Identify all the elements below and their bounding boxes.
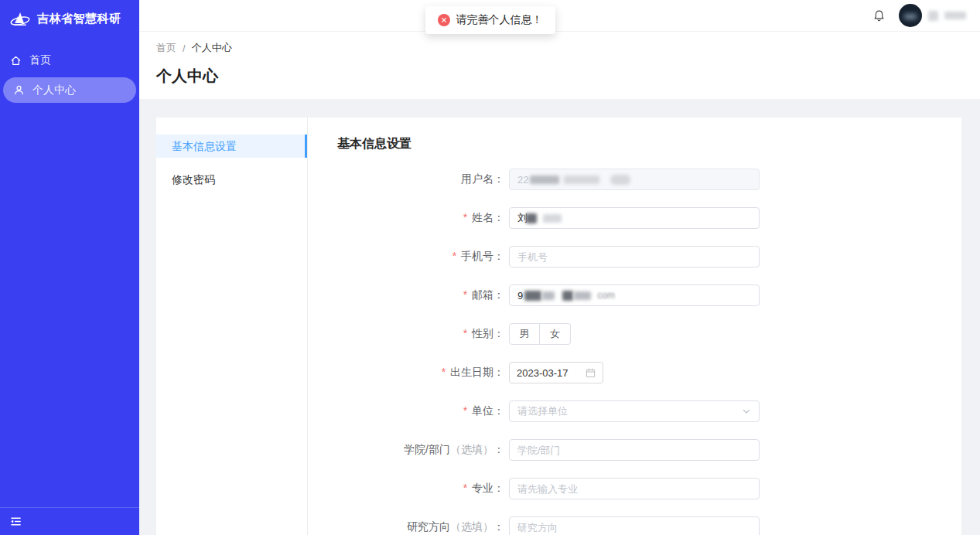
- redacted-text: [543, 214, 562, 223]
- email-field[interactable]: 9 com: [509, 285, 760, 306]
- settings-tabs: 基本信息设置 修改密码: [156, 118, 308, 535]
- sidebar-menu: 首页 个人中心: [0, 45, 139, 103]
- content-area: 基本信息设置 修改密码 基本信息设置 用户名： 22: [139, 99, 980, 535]
- username-redacted-block: [944, 12, 966, 19]
- sidebar: 吉林省智慧科研 首页 个人中心: [0, 0, 139, 535]
- sidebar-item-profile[interactable]: 个人中心: [3, 77, 136, 103]
- unit-placeholder: 请选择单位: [517, 404, 568, 418]
- main-area: 首页 / 个人中心 个人中心 基本信息设置 修改密码 基本信息设置 用户名：: [139, 0, 980, 535]
- breadcrumb: 首页 / 个人中心: [156, 41, 980, 55]
- calendar-icon: [586, 368, 596, 378]
- unit-select[interactable]: 请选择单位: [509, 400, 760, 422]
- form-row-research: 研究方向（选填）：: [337, 516, 961, 535]
- email-label: * 邮箱：: [337, 288, 509, 302]
- breadcrumb-separator: /: [183, 43, 186, 54]
- phone-input[interactable]: [509, 246, 760, 268]
- form-row-name: * 姓名： 刘: [337, 207, 961, 229]
- required-asterisk: *: [463, 211, 467, 223]
- redacted-text: [542, 291, 555, 300]
- redacted-email-tail: com: [597, 290, 615, 301]
- major-label: * 专业：: [337, 482, 509, 496]
- collapse-sidebar-icon[interactable]: [9, 515, 22, 528]
- form-row-birthdate: * 出生日期： 2023-03-17: [337, 362, 961, 383]
- redacted-text: [524, 291, 541, 301]
- gender-option-female[interactable]: 女: [540, 323, 571, 345]
- birthdate-label: * 出生日期：: [337, 366, 509, 380]
- sidebar-item-home[interactable]: 首页: [0, 45, 139, 76]
- gender-radio-group: 男 女: [509, 323, 571, 345]
- avatar-redacted-text: [904, 14, 917, 19]
- unit-label: * 单位：: [337, 404, 509, 418]
- birthdate-value: 2023-03-17: [517, 367, 569, 379]
- name-label: * 姓名：: [337, 211, 509, 225]
- notification-bell-icon[interactable]: [872, 9, 886, 22]
- username-label: 用户名：: [337, 172, 509, 186]
- toast-message: 请完善个人信息！: [425, 6, 555, 34]
- form-row-email: * 邮箱： 9 com: [337, 285, 961, 306]
- redacted-text: [564, 175, 599, 184]
- redacted-text: [526, 213, 537, 223]
- basic-info-form: 基本信息设置 用户名： 22: [309, 118, 961, 535]
- page-header: 首页 / 个人中心 个人中心: [139, 32, 980, 99]
- user-icon: [12, 84, 25, 97]
- toast-text: 请完善个人信息！: [456, 13, 543, 27]
- redacted-text: [562, 291, 573, 301]
- chevron-down-icon: [742, 407, 751, 416]
- sidebar-item-label: 首页: [29, 53, 51, 67]
- form-row-phone: * 手机号：: [337, 246, 961, 268]
- tab-basic-info[interactable]: 基本信息设置: [156, 135, 307, 158]
- gender-option-male[interactable]: 男: [509, 323, 540, 345]
- home-icon: [9, 54, 22, 66]
- app-window: 吉林省智慧科研 首页 个人中心: [0, 0, 980, 535]
- app-title: 吉林省智慧科研: [37, 12, 121, 26]
- user-menu[interactable]: [899, 4, 966, 27]
- top-bar: [139, 0, 980, 32]
- major-input[interactable]: [509, 478, 760, 499]
- error-icon: [438, 14, 450, 26]
- username-redacted-block: [928, 11, 938, 21]
- redacted-text: [574, 291, 591, 300]
- logo: 吉林省智慧科研: [0, 0, 139, 37]
- required-asterisk: *: [463, 482, 467, 494]
- research-label: 研究方向（选填）：: [337, 520, 509, 534]
- form-row-username: 用户名： 22: [337, 169, 961, 190]
- research-input[interactable]: [509, 516, 760, 535]
- required-asterisk: *: [463, 288, 467, 301]
- form-row-unit: * 单位： 请选择单位: [337, 400, 961, 422]
- breadcrumb-current: 个人中心: [192, 41, 232, 55]
- redacted-text: [530, 175, 559, 184]
- sidebar-footer: [0, 507, 139, 535]
- form-row-major: * 专业：: [337, 478, 961, 499]
- username-field: 22: [509, 169, 760, 190]
- avatar[interactable]: [899, 4, 922, 27]
- required-asterisk: *: [463, 404, 467, 417]
- app-logo-icon: [9, 8, 31, 29]
- section-title: 基本信息设置: [337, 136, 961, 152]
- breadcrumb-home-link[interactable]: 首页: [156, 41, 176, 55]
- redacted-text: [610, 175, 630, 185]
- settings-card: 基本信息设置 修改密码 基本信息设置 用户名： 22: [156, 118, 961, 535]
- name-field[interactable]: 刘: [509, 207, 760, 229]
- required-asterisk: *: [452, 250, 456, 262]
- phone-label: * 手机号：: [337, 250, 509, 264]
- birthdate-picker[interactable]: 2023-03-17: [509, 362, 603, 383]
- required-asterisk: *: [463, 327, 467, 339]
- form-row-gender: * 性别： 男 女: [337, 323, 961, 345]
- gender-label: * 性别：: [337, 327, 509, 341]
- required-asterisk: *: [442, 366, 446, 378]
- sidebar-item-label: 个人中心: [32, 83, 76, 97]
- page-title: 个人中心: [156, 66, 980, 87]
- department-label: 学院/部门（选填）：: [337, 443, 509, 457]
- form-row-department: 学院/部门（选填）：: [337, 439, 961, 461]
- tab-change-password[interactable]: 修改密码: [156, 168, 307, 191]
- department-input[interactable]: [509, 439, 760, 461]
